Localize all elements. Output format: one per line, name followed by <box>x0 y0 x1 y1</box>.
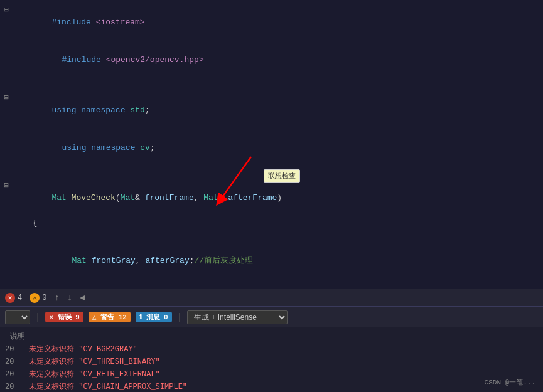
errors-icon: ✕ <box>49 314 53 321</box>
warning-count-value: 0 <box>42 294 46 302</box>
errors-badge[interactable]: ✕ 错误 9 <box>45 312 83 322</box>
code-text <box>13 167 538 179</box>
output-row[interactable]: 20 未定义标识符 "CV_RETR_EXTERNAL" <box>5 368 538 381</box>
code-text: Mat MoveCheck(Mat& frontFrame, Mat& afte… <box>13 179 538 217</box>
warnings-label: 警告 12 <box>100 314 127 321</box>
code-line: #include <opencv2/opencv.hpp> <box>0 41 543 79</box>
code-text <box>13 79 538 92</box>
watermark: CSDN @一笔... <box>485 378 535 387</box>
code-editor[interactable]: ⊟ #include <iostream> #include <opencv2/… <box>0 0 543 289</box>
output-panel: | ✕ 错误 9 △ 警告 12 ℹ 消息 0 | 生成 + IntelliSe… <box>0 306 543 392</box>
line-number: 20 <box>5 381 24 392</box>
error-count-value: 4 <box>18 294 22 302</box>
info-icon: ℹ <box>139 314 142 321</box>
scroll-down-btn[interactable]: ↓ <box>67 293 72 303</box>
section-label: 说明 <box>5 330 538 343</box>
build-dropdown[interactable]: 生成 + IntelliSense <box>187 310 288 324</box>
output-toolbar: | ✕ 错误 9 △ 警告 12 ℹ 消息 0 | 生成 + IntelliSe… <box>0 307 543 327</box>
code-line <box>0 230 543 242</box>
output-row[interactable]: 20 未定义标识符 "CV_THRESH_BINARY" <box>5 356 538 368</box>
line-number: 20 <box>5 356 24 368</box>
toolbar-sep2: | <box>177 312 182 322</box>
code-line: ⊟ Mat MoveCheck(Mat& frontFrame, Mat& af… <box>0 179 543 217</box>
info-badge[interactable]: ℹ 消息 0 <box>136 312 172 322</box>
code-content: ⊟ #include <iostream> #include <opencv2/… <box>0 0 543 289</box>
warnings-badge[interactable]: △ 警告 12 <box>89 312 131 322</box>
warning-count[interactable]: △ 0 <box>30 293 46 303</box>
output-row[interactable]: 20 未定义标识符 "CV_CHAIN_APPROX_SIMPLE" <box>5 381 538 392</box>
error-message: 未定义标识符 "CV_RETR_EXTERNAL" <box>29 368 160 381</box>
code-line: { <box>0 217 543 230</box>
code-line: Mat frontGray, afterGray;//前后灰度处理 <box>0 242 543 280</box>
error-message: 未定义标识符 "CV_THRESH_BINARY" <box>29 356 160 368</box>
code-text <box>13 230 538 242</box>
code-text: { <box>13 217 538 230</box>
output-row[interactable]: 20 未定义标识符 "CV_BGR2GRAY" <box>5 343 538 356</box>
code-text: using namespace std; <box>13 92 538 129</box>
info-label: 消息 0 <box>146 314 168 321</box>
code-text: #include <opencv2/opencv.hpp> <box>13 41 538 79</box>
code-line: ⊟ #include <iostream> <box>0 4 543 41</box>
warnings-icon: △ <box>92 314 97 321</box>
scroll-left-btn[interactable]: ◄ <box>80 293 85 303</box>
collapse-btn[interactable]: ⊟ <box>0 92 13 104</box>
code-text: using namespace cv; <box>13 129 538 167</box>
code-line: Mat resFrame = afterFrame.clone(); <box>0 280 543 289</box>
collapse-btn[interactable]: ⊟ <box>0 4 13 16</box>
error-icon: ✕ <box>5 293 15 303</box>
warning-icon: △ <box>30 293 40 303</box>
line-number: 20 <box>5 368 24 381</box>
status-bar: ✕ 4 △ 0 ↑ ↓ ◄ <box>0 289 543 306</box>
code-text: #include <iostream> <box>13 4 538 41</box>
error-message: 未定义标识符 "CV_BGR2GRAY" <box>29 343 137 356</box>
filter-dropdown[interactable] <box>5 310 30 324</box>
error-count[interactable]: ✕ 4 <box>5 293 22 303</box>
line-number: 20 <box>5 343 24 356</box>
errors-label: 错误 9 <box>58 314 80 321</box>
code-line <box>0 167 543 179</box>
output-entries: 说明 20 未定义标识符 "CV_BGR2GRAY" 20 未定义标识符 "CV… <box>0 327 543 392</box>
collapse-btn[interactable]: ⊟ <box>0 179 13 192</box>
toolbar-sep: | <box>35 312 40 322</box>
code-line: ⊟ using namespace std; <box>0 92 543 129</box>
code-text: Mat frontGray, afterGray;//前后灰度处理 <box>13 242 538 280</box>
error-message: 未定义标识符 "CV_CHAIN_APPROX_SIMPLE" <box>29 381 187 392</box>
code-line: using namespace cv; <box>0 129 543 167</box>
code-text: Mat resFrame = afterFrame.clone(); <box>13 280 538 289</box>
scroll-up-btn[interactable]: ↑ <box>54 293 59 303</box>
code-line <box>0 79 543 92</box>
